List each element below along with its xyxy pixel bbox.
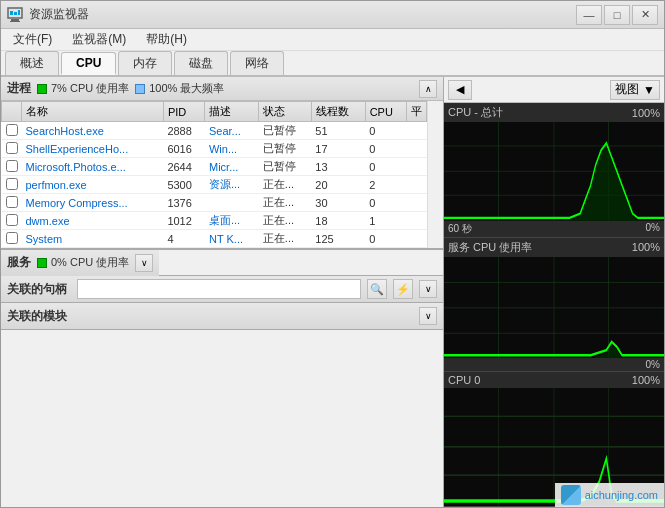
right-panel: ◀ 视图 ▼ CPU - 总计 100% (444, 77, 664, 507)
col-pid[interactable]: PID (163, 102, 205, 122)
col-threads[interactable]: 线程数 (311, 102, 365, 122)
title-bar: 资源监视器 — □ ✕ (1, 1, 664, 29)
row-name: perfmon.exe (22, 176, 164, 194)
table-row[interactable]: System 4 NT K... 正在... 125 0 (2, 230, 427, 248)
service-cpu-header: 服务 CPU 使用率 100% (444, 238, 664, 257)
row-threads: 51 (311, 122, 365, 140)
app-icon (7, 7, 23, 23)
menu-file[interactable]: 文件(F) (5, 29, 60, 50)
row-pid: 5300 (163, 176, 205, 194)
row-desc (205, 194, 259, 212)
module-section: 关联的模块 ∨ (1, 303, 443, 330)
row-status: 正在... (259, 230, 312, 248)
service-header: 服务 0% CPU 使用率 ∨ (1, 250, 159, 276)
cpu-usage-indicator: 7% CPU 使用率 (37, 81, 129, 96)
handle-refresh-button[interactable]: ⚡ (393, 279, 413, 299)
svg-rect-1 (11, 19, 19, 21)
tab-overview[interactable]: 概述 (5, 51, 59, 75)
row-check[interactable] (2, 176, 22, 194)
process-collapse-button[interactable]: ∧ (419, 80, 437, 98)
row-threads: 30 (311, 194, 365, 212)
row-check[interactable] (2, 158, 22, 176)
service-cpu-canvas (444, 257, 664, 359)
table-row[interactable]: Memory Compress... 1376 正在... 30 0 (2, 194, 427, 212)
process-table-wrapper: 名称 PID 描述 状态 线程数 CPU 平 (1, 101, 443, 248)
handle-section: 关联的句柄 🔍 ⚡ ∨ (1, 276, 443, 303)
col-name[interactable]: 名称 (22, 102, 164, 122)
blue-indicator (135, 84, 145, 94)
row-name: SearchHost.exe (22, 122, 164, 140)
maximize-button[interactable]: □ (604, 5, 630, 25)
row-cpu: 0 (365, 230, 406, 248)
service-cpu-graph: 服务 CPU 使用率 100% (444, 238, 664, 373)
handle-search-input[interactable] (77, 279, 361, 299)
table-row[interactable]: dwm.exe 1012 桌面... 正在... 18 1 (2, 212, 427, 230)
service-collapse-button[interactable]: ∨ (135, 254, 153, 272)
row-desc: 桌面... (205, 212, 259, 230)
table-row[interactable]: SearchHost.exe 2888 Sear... 已暂停 51 0 (2, 122, 427, 140)
view-label: 视图 (615, 81, 639, 98)
col-desc[interactable]: 描述 (205, 102, 259, 122)
process-scrollbar[interactable] (427, 101, 443, 248)
row-desc: NT K... (205, 230, 259, 248)
cpu0-percent: 100% (632, 374, 660, 386)
handle-search-button[interactable]: 🔍 (367, 279, 387, 299)
col-check[interactable] (2, 102, 22, 122)
row-check[interactable] (2, 122, 22, 140)
tab-cpu[interactable]: CPU (61, 52, 116, 75)
table-row[interactable]: ShellExperienceHo... 6016 Win... 已暂停 17 … (2, 140, 427, 158)
menu-monitor[interactable]: 监视器(M) (64, 29, 134, 50)
row-pid: 4 (163, 230, 205, 248)
row-avg (407, 140, 427, 158)
row-status: 正在... (259, 176, 312, 194)
cpu-total-percent: 100% (632, 107, 660, 119)
col-status[interactable]: 状态 (259, 102, 312, 122)
tab-memory[interactable]: 内存 (118, 51, 172, 75)
service-section: 服务 0% CPU 使用率 ∨ (1, 250, 443, 276)
process-table: 名称 PID 描述 状态 线程数 CPU 平 (1, 101, 427, 248)
service-cpu-indicator: 0% CPU 使用率 (37, 255, 129, 270)
process-table-container[interactable]: 名称 PID 描述 状态 线程数 CPU 平 (1, 101, 427, 248)
row-desc: Micr... (205, 158, 259, 176)
cpu-total-footer-left: 60 秒 (448, 222, 472, 236)
row-cpu: 1 (365, 212, 406, 230)
module-collapse-button[interactable]: ∨ (419, 307, 437, 325)
row-threads: 125 (311, 230, 365, 248)
svg-rect-5 (18, 10, 20, 15)
close-button[interactable]: ✕ (632, 5, 658, 25)
row-pid: 1376 (163, 194, 205, 212)
row-check[interactable] (2, 194, 22, 212)
tab-network[interactable]: 网络 (230, 51, 284, 75)
prev-button[interactable]: ◀ (448, 80, 472, 100)
handle-collapse-button[interactable]: ∨ (419, 280, 437, 298)
cpu-total-title: CPU - 总计 (448, 105, 503, 120)
row-status: 已暂停 (259, 122, 312, 140)
main-window: 资源监视器 — □ ✕ 文件(F) 监视器(M) 帮助(H) 概述 CPU 内存… (0, 0, 665, 508)
row-check[interactable] (2, 230, 22, 248)
watermark: aichunjing.com (555, 483, 664, 507)
row-name: Microsoft.Photos.e... (22, 158, 164, 176)
table-row[interactable]: perfmon.exe 5300 资源... 正在... 20 2 (2, 176, 427, 194)
row-pid: 2888 (163, 122, 205, 140)
menu-help[interactable]: 帮助(H) (138, 29, 195, 50)
view-dropdown[interactable]: 视图 ▼ (610, 80, 660, 100)
col-avg[interactable]: 平 (407, 102, 427, 122)
row-check[interactable] (2, 140, 22, 158)
row-name: Memory Compress... (22, 194, 164, 212)
svg-rect-3 (10, 11, 13, 15)
table-row[interactable]: Microsoft.Photos.e... 2644 Micr... 已暂停 1… (2, 158, 427, 176)
service-title: 服务 (7, 254, 31, 271)
minimize-button[interactable]: — (576, 5, 602, 25)
row-pid: 1012 (163, 212, 205, 230)
watermark-icon (561, 485, 581, 505)
col-cpu[interactable]: CPU (365, 102, 406, 122)
row-check[interactable] (2, 212, 22, 230)
tab-disk[interactable]: 磁盘 (174, 51, 228, 75)
service-cpu-footer: 0% (444, 358, 664, 371)
row-avg (407, 122, 427, 140)
row-name: ShellExperienceHo... (22, 140, 164, 158)
module-title: 关联的模块 (7, 308, 67, 325)
svg-rect-4 (14, 12, 17, 15)
row-threads: 17 (311, 140, 365, 158)
cpu-total-footer-right: 0% (646, 222, 660, 236)
